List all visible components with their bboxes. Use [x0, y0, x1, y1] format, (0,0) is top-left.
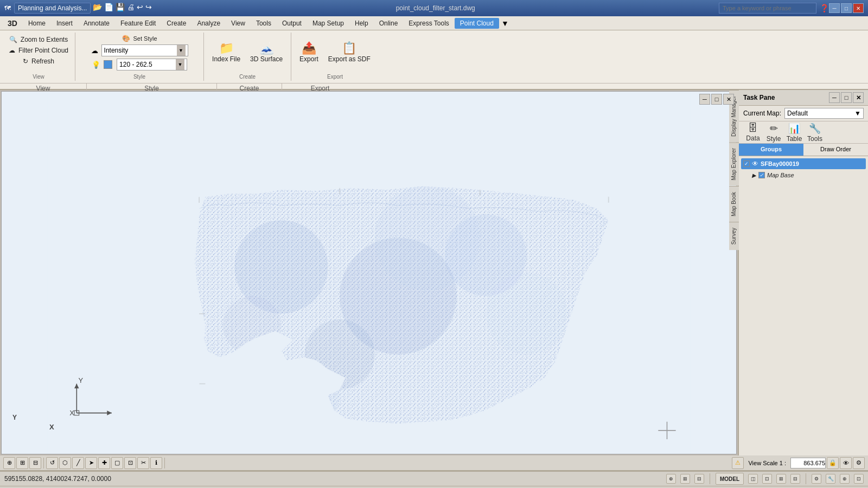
- planning-title[interactable]: Planning and Analysis...: [14, 3, 91, 14]
- help-btn[interactable]: ❓: [820, 4, 829, 12]
- close-btn[interactable]: ✕: [853, 3, 864, 13]
- menu-extra[interactable]: ▼: [501, 19, 509, 28]
- tb-add[interactable]: ✚: [98, 457, 110, 469]
- task-pane-minimize[interactable]: ─: [829, 92, 840, 103]
- sfbay-layer-item[interactable]: 👁 SFBay000019: [741, 158, 866, 169]
- refresh-btn[interactable]: ↻ Refresh: [21, 56, 56, 66]
- status-btn11[interactable]: ⊡: [854, 474, 864, 484]
- draw-order-tab[interactable]: Draw Order: [803, 144, 868, 156]
- save-btn[interactable]: 💾: [116, 3, 125, 14]
- tb-rotate[interactable]: ↺: [46, 457, 58, 469]
- menu-annotate[interactable]: Annotate: [78, 18, 115, 29]
- tb-select[interactable]: ⊟: [29, 457, 41, 469]
- tb-box[interactable]: ▢: [111, 457, 123, 469]
- index-file-btn[interactable]: 📁 Index File: [208, 40, 244, 65]
- menu-bar: 3D Home Insert Annotate Feature Edit Cre…: [0, 16, 868, 30]
- minimize-btn[interactable]: ─: [829, 3, 840, 13]
- create-group-label: Create: [239, 73, 256, 80]
- refresh-icon: ↻: [23, 57, 28, 65]
- menu-analyze[interactable]: Analyze: [192, 18, 226, 29]
- task-pane-close[interactable]: ✕: [853, 92, 864, 103]
- menu-map-setup[interactable]: Map Setup: [307, 18, 349, 29]
- 3d-surface-btn[interactable]: 🗻 3D Surface: [246, 40, 286, 65]
- status-model-btn[interactable]: MODEL: [716, 473, 744, 485]
- filter-label: Filter Point Cloud: [18, 47, 68, 54]
- range-dropdown[interactable]: 120 - 262.5 ▼: [117, 59, 187, 70]
- new-btn[interactable]: 📄: [104, 3, 113, 14]
- status-btn4[interactable]: ◫: [748, 474, 758, 484]
- canvas-area[interactable]: ─ □ ✕ // Generate points programmaticall…: [1, 91, 737, 454]
- menu-create[interactable]: Create: [161, 18, 192, 29]
- tb-properties[interactable]: ℹ: [150, 457, 162, 469]
- sfbay-checkbox[interactable]: [743, 160, 750, 167]
- menu-help[interactable]: Help: [349, 18, 374, 29]
- intensity-dropdown[interactable]: Intensity ▼: [101, 44, 188, 56]
- groups-tab[interactable]: Groups: [739, 144, 803, 156]
- canvas-restore-btn[interactable]: □: [711, 94, 722, 105]
- maximize-btn[interactable]: □: [841, 3, 852, 13]
- style-icon-btn[interactable]: ✏ Style: [764, 124, 783, 141]
- menu-insert[interactable]: Insert: [51, 18, 78, 29]
- menu-view[interactable]: View: [226, 18, 251, 29]
- tb-polygon[interactable]: ⬡: [59, 457, 71, 469]
- expand-arrow[interactable]: ▶: [752, 172, 756, 178]
- print-btn[interactable]: 🖨: [127, 3, 135, 14]
- status-btn1[interactable]: ⊕: [666, 474, 676, 484]
- canvas-close-btn[interactable]: ✕: [723, 94, 734, 105]
- status-btn2[interactable]: ⊞: [680, 474, 690, 484]
- status-btn6[interactable]: ⊞: [776, 474, 786, 484]
- menu-point-cloud[interactable]: Point Cloud: [455, 18, 499, 29]
- export-btn[interactable]: 📤 Export: [296, 40, 322, 65]
- export-as-sdf-btn[interactable]: 📋 Export as SDF: [324, 40, 374, 65]
- menu-output[interactable]: Output: [277, 18, 307, 29]
- tb-trim[interactable]: ✂: [137, 457, 149, 469]
- map-base-layer-item[interactable]: ▶ Map Base: [741, 170, 866, 180]
- search-input[interactable]: [719, 3, 816, 14]
- menu-express-tools[interactable]: Express Tools: [403, 18, 454, 29]
- export-icon: 📤: [302, 42, 316, 54]
- menu-tools[interactable]: Tools: [251, 18, 277, 29]
- tb-arrow[interactable]: ➤: [85, 457, 97, 469]
- tb-coord-nav[interactable]: ⊕: [3, 457, 15, 469]
- status-btn3[interactable]: ⊟: [694, 474, 704, 484]
- tools-icon-btn[interactable]: 🔧 Tools: [805, 124, 825, 141]
- tb-settings[interactable]: ⚙: [853, 457, 865, 469]
- status-btn5[interactable]: ⊡: [762, 474, 772, 484]
- tb-copy[interactable]: ⊡: [124, 457, 136, 469]
- canvas-minimize-btn[interactable]: ─: [699, 94, 710, 105]
- view-scale-input[interactable]: [790, 458, 826, 468]
- tb-lock[interactable]: 🔒: [827, 457, 839, 469]
- status-btn10[interactable]: ⊕: [840, 474, 850, 484]
- layer-list: 👁 SFBay000019 ▶ Map Base: [739, 156, 868, 455]
- survey-tab[interactable]: Survey: [729, 222, 739, 250]
- menu-3d[interactable]: 3D: [2, 17, 23, 29]
- zoom-to-extents-btn[interactable]: 🔍 Zoom to Extents: [7, 35, 70, 44]
- mapbase-checkbox[interactable]: [758, 172, 765, 178]
- menu-online[interactable]: Online: [374, 18, 404, 29]
- filter-point-cloud-btn[interactable]: ☁ Filter Point Cloud: [7, 46, 71, 55]
- export-buttons: 📤 Export 📋 Export as SDF: [296, 33, 374, 73]
- table-icon-btn[interactable]: 📊 Table: [784, 124, 804, 141]
- task-pane-restore[interactable]: □: [841, 92, 852, 103]
- current-map-dropdown[interactable]: Default ▼: [784, 108, 864, 119]
- tb-warn[interactable]: ⚠: [732, 457, 744, 469]
- range-dropdown-arrow[interactable]: ▼: [176, 59, 184, 70]
- current-map-label: Current Map:: [743, 110, 781, 117]
- menu-home[interactable]: Home: [23, 18, 51, 29]
- map-explorer-tab[interactable]: Map Explorer: [729, 142, 739, 185]
- status-btn9[interactable]: 🔧: [826, 474, 835, 484]
- undo-btn[interactable]: ↩: [137, 3, 143, 14]
- open-btn[interactable]: 📂: [93, 3, 102, 14]
- intensity-dropdown-arrow[interactable]: ▼: [177, 45, 186, 56]
- status-btn7[interactable]: ⊟: [790, 474, 800, 484]
- data-icon-btn[interactable]: 🗄 Data: [743, 124, 763, 141]
- tb-visible[interactable]: 👁: [840, 457, 852, 469]
- status-btn8[interactable]: ⚙: [812, 474, 821, 484]
- redo-btn[interactable]: ↪: [145, 3, 152, 14]
- setstyle-label[interactable]: Set Style: [133, 35, 157, 42]
- map-book-tab[interactable]: Map Book: [729, 186, 739, 222]
- tb-grid[interactable]: ⊞: [16, 457, 28, 469]
- tb-line[interactable]: ╱: [72, 457, 84, 469]
- menu-feature-edit[interactable]: Feature Edit: [115, 18, 161, 29]
- view-buttons: 🔍 Zoom to Extents ☁ Filter Point Cloud ↻…: [7, 33, 71, 73]
